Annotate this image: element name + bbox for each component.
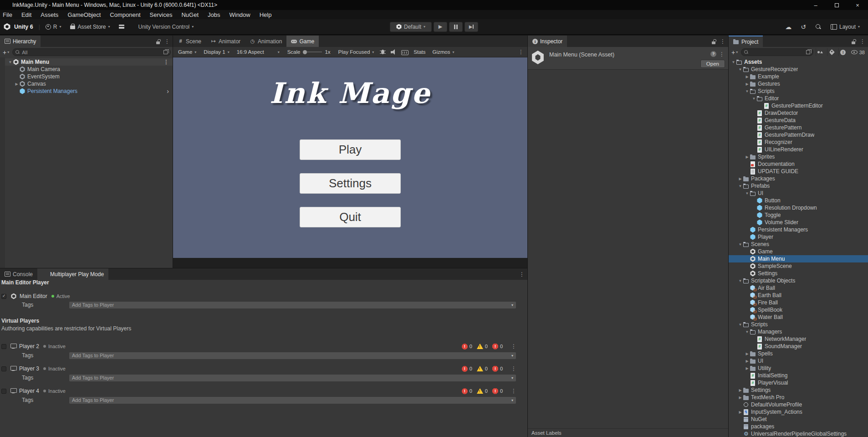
disclosure-triangle-icon[interactable] (737, 242, 743, 247)
project-tree-row[interactable]: Settings (729, 270, 868, 277)
project-tree-row[interactable]: Scenes (729, 241, 868, 248)
disclosure-triangle-icon[interactable] (737, 177, 743, 181)
project-tree-row[interactable]: Utility (729, 365, 868, 372)
maximize-button[interactable] (826, 0, 847, 10)
project-tree-row[interactable]: GesturePatternDraw (729, 131, 868, 139)
version-control-dropdown[interactable]: Unity Version Control ▾ (138, 24, 194, 30)
hierarchy-item[interactable]: Main Camera (0, 66, 173, 73)
view-tab[interactable]: Scene (173, 36, 206, 47)
project-tree-row[interactable]: Editor (729, 95, 868, 102)
view-tab[interactable]: Animator (206, 36, 245, 47)
project-tree-row[interactable]: UI (729, 190, 868, 197)
project-tree-row[interactable]: Managers (729, 328, 868, 335)
disclosure-triangle-icon[interactable] (744, 359, 750, 363)
open-button[interactable]: Open (700, 60, 725, 68)
project-tree-row[interactable]: Settings (729, 386, 868, 394)
project-tree-row[interactable]: Prefabs (729, 182, 868, 190)
menu-item[interactable]: File (0, 11, 17, 18)
project-tree-row[interactable]: Recognizer (729, 139, 868, 146)
project-tree-row[interactable]: Scriptable Objects (729, 277, 868, 284)
view-tab[interactable]: Game (286, 36, 319, 47)
main-editor-checkbox[interactable] (1, 294, 6, 299)
project-tree-row[interactable]: packages (729, 423, 868, 430)
disclosure-triangle-icon[interactable] (744, 75, 750, 79)
kebab-menu-icon[interactable]: ⋮ (519, 271, 525, 278)
kebab-menu-icon[interactable]: ⋮ (518, 49, 526, 55)
lock-icon[interactable] (156, 39, 160, 44)
project-tree-row[interactable]: Scripts (729, 87, 868, 95)
item-trailing-icon[interactable] (167, 87, 173, 95)
player-menu-icon[interactable]: ⋮ (511, 388, 527, 394)
project-tree-row[interactable]: Gestures (729, 80, 868, 87)
hierarchy-item[interactable]: Canvas (0, 80, 173, 87)
menu-item[interactable]: Component (105, 11, 145, 18)
item-trailing-icon[interactable] (163, 59, 173, 65)
game-target-dropdown[interactable]: Game▾ (175, 48, 199, 56)
game-menu-button[interactable]: Settings (300, 173, 401, 194)
create-add-button[interactable]: +▾ (730, 49, 739, 56)
bug-icon[interactable] (379, 49, 387, 55)
player-checkbox[interactable] (1, 389, 6, 394)
project-tree-row[interactable]: Air Ball (729, 284, 868, 292)
project-tree-row[interactable]: Packages (729, 175, 868, 182)
hierarchy-search-input[interactable]: All (12, 48, 171, 56)
menu-item[interactable]: GameObject (63, 11, 105, 18)
project-tree-row[interactable]: UI (729, 357, 868, 365)
kebab-menu-icon[interactable]: ⋮ (719, 51, 725, 57)
lock-icon[interactable] (852, 39, 856, 44)
tags-dropdown[interactable]: Add Tags to Player ▾ (69, 375, 516, 381)
menu-item[interactable]: Assets (36, 11, 63, 18)
cloud-icon[interactable]: ☁ (785, 23, 791, 31)
tab-hierarchy[interactable]: Hierarchy (0, 36, 41, 47)
slider-knob[interactable] (303, 50, 307, 54)
hierarchy-item[interactable]: EventSystem (0, 73, 173, 80)
display-dropdown[interactable]: Display 1▾ (200, 48, 232, 56)
disclosure-triangle-icon[interactable] (744, 155, 750, 159)
menu-item[interactable]: NuGet (177, 11, 203, 18)
project-tree-row[interactable]: DefaultVolumeProfile (729, 401, 868, 408)
kebab-menu-icon[interactable]: ⋮ (860, 38, 865, 45)
play-button[interactable]: ▶ (434, 22, 447, 32)
bottom-tab[interactable]: Multiplayer Play Mode (37, 268, 108, 280)
menu-item[interactable]: Edit (17, 11, 36, 18)
project-tree-row[interactable]: Scripts (729, 321, 868, 328)
stats-button[interactable]: Stats (411, 49, 428, 55)
search-by-import-log-button[interactable]: ! (838, 48, 848, 56)
menu-item[interactable]: Jobs (203, 11, 225, 18)
play-mode-dropdown[interactable]: Default ▾ (390, 22, 432, 32)
aspect-ratio-dropdown[interactable]: 16:9 Aspect▾ (234, 48, 283, 56)
project-tree-row[interactable]: Sprites (729, 153, 868, 160)
project-tree-row[interactable]: Example (729, 73, 868, 80)
play-focused-dropdown[interactable]: Play Focused▾ (335, 48, 378, 56)
hierarchy-item[interactable]: Persistent Managers (0, 87, 173, 95)
search-icon[interactable] (815, 24, 822, 30)
player-menu-icon[interactable]: ⋮ (511, 343, 527, 350)
search-by-label-button[interactable] (827, 48, 836, 56)
project-tree-row[interactable]: Spells (729, 350, 868, 357)
project-tree-row[interactable]: GestureRecognizer (729, 66, 868, 73)
project-tree-row[interactable]: InputSystem_Actions (729, 408, 868, 416)
disclosure-triangle-icon[interactable] (737, 279, 743, 283)
game-menu-button[interactable]: Play (300, 139, 401, 160)
project-tree-row[interactable]: Toggle (729, 211, 868, 219)
asset-labels-footer[interactable]: Asset Labels (528, 428, 728, 437)
kebab-menu-icon[interactable]: ⋮ (164, 38, 170, 45)
project-tree-row[interactable]: Assets (729, 58, 868, 66)
project-tree-row[interactable]: UILineRenderer (729, 146, 868, 153)
project-tree-row[interactable]: UPDATE GUIDE (729, 168, 868, 175)
close-button[interactable]: × (847, 0, 868, 10)
disclosure-triangle-icon[interactable] (737, 396, 743, 400)
menu-item[interactable]: Window (225, 11, 255, 18)
project-tree-row[interactable]: Earth Ball (729, 292, 868, 299)
project-tree-row[interactable]: NetworkManager (729, 335, 868, 343)
project-tree-row[interactable]: Water Ball (729, 314, 868, 321)
project-tree-row[interactable]: PlayerVisual (729, 379, 868, 386)
lock-icon[interactable] (712, 39, 716, 44)
step-button[interactable]: ▶ (465, 22, 478, 32)
open-search-window-icon[interactable] (806, 50, 810, 54)
project-tree-row[interactable]: Persistent Managers (729, 226, 868, 233)
disclosure-triangle-icon[interactable] (744, 89, 750, 93)
project-tree-row[interactable]: Documentation (729, 160, 868, 168)
project-tree-row[interactable]: NuGet (729, 416, 868, 423)
disclosure-triangle-icon[interactable] (730, 60, 736, 64)
